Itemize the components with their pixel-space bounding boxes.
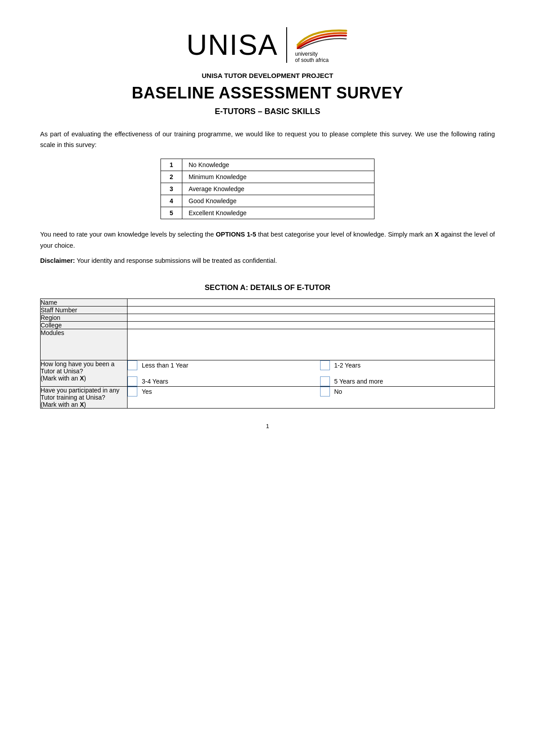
- label-less-than-1-year: Less than 1 Year: [142, 362, 188, 369]
- training-label: Have you participated in any Tutor train…: [41, 386, 128, 408]
- how-long-label: How long have you been a Tutor at Unisa?…: [41, 360, 128, 386]
- details-table: NameStaff NumberRegionCollegeModules How…: [40, 298, 495, 409]
- checkbox-box-yes[interactable]: [128, 387, 137, 396]
- checkbox-no[interactable]: No: [320, 387, 495, 396]
- rating-number: 1: [161, 159, 182, 171]
- rating-row: 1No Knowledge: [161, 159, 374, 171]
- how-long-checkbox-grid: Less than 1 Year 1-2 Years 3-4 Years 5 Y…: [128, 360, 494, 386]
- training-checkbox-grid: Yes No: [128, 387, 494, 396]
- unisa-wordmark: UNISA: [186, 31, 278, 59]
- how-long-options: Less than 1 Year 1-2 Years 3-4 Years 5 Y…: [128, 360, 495, 386]
- checkbox-box-no[interactable]: [320, 387, 330, 396]
- rating-number: 3: [161, 183, 182, 195]
- rating-row: 3Average Knowledge: [161, 183, 374, 195]
- rating-label: No Knowledge: [182, 159, 374, 171]
- rating-label: Minimum Knowledge: [182, 171, 374, 183]
- detail-row: Modules: [41, 329, 495, 360]
- detail-value[interactable]: [128, 329, 495, 360]
- detail-value[interactable]: [128, 314, 495, 321]
- checkbox-box-1-2-years[interactable]: [320, 360, 330, 370]
- detail-label: Name: [41, 298, 128, 306]
- rating-label: Excellent Knowledge: [182, 207, 374, 219]
- label-no: No: [334, 388, 342, 395]
- checkbox-box-less-than-1-year[interactable]: [128, 360, 137, 370]
- label-5-years-more: 5 Years and more: [334, 378, 383, 385]
- project-title: UNISA TUTOR DEVELOPMENT PROJECT: [40, 72, 495, 79]
- detail-label: Staff Number: [41, 306, 128, 314]
- training-label-text: Have you participated in any Tutor train…: [41, 387, 119, 408]
- detail-label: College: [41, 321, 128, 329]
- label-3-4-years: 3-4 Years: [142, 378, 168, 385]
- section-a-header: SECTION A: DETAILS OF E-TUTOR: [40, 283, 495, 292]
- label-1-2-years: 1-2 Years: [334, 362, 361, 369]
- intro-text: As part of evaluating the effectiveness …: [40, 129, 495, 151]
- detail-value[interactable]: [128, 306, 495, 314]
- logo-subtitle: university of south africa: [295, 51, 329, 64]
- logo-section: UNISA university of south africa: [40, 27, 495, 64]
- rating-table-wrap: 1No Knowledge2Minimum Knowledge3Average …: [40, 159, 495, 219]
- main-title: BASELINE ASSESSMENT SURVEY: [40, 84, 495, 102]
- rating-row: 4Good Knowledge: [161, 195, 374, 207]
- rating-number: 4: [161, 195, 182, 207]
- rating-number: 2: [161, 171, 182, 183]
- detail-value[interactable]: [128, 298, 495, 306]
- detail-row: Name: [41, 298, 495, 306]
- rating-number: 5: [161, 207, 182, 219]
- checkbox-box-5-years-more[interactable]: [320, 376, 330, 386]
- training-row: Have you participated in any Tutor train…: [41, 386, 495, 408]
- rating-label: Average Knowledge: [182, 183, 374, 195]
- detail-row: College: [41, 321, 495, 329]
- logo-right: university of south africa: [295, 27, 349, 64]
- instructions-text: You need to rate your own knowledge leve…: [40, 229, 495, 251]
- disclaimer-text: Disclaimer: Your identity and response s…: [40, 255, 495, 266]
- logo-divider: [286, 27, 287, 63]
- checkbox-less-than-1-year[interactable]: Less than 1 Year: [128, 360, 302, 370]
- checkbox-5-years-more[interactable]: 5 Years and more: [320, 376, 495, 386]
- detail-value[interactable]: [128, 321, 495, 329]
- detail-row: Staff Number: [41, 306, 495, 314]
- rating-table: 1No Knowledge2Minimum Knowledge3Average …: [160, 159, 374, 219]
- detail-label: Modules: [41, 329, 128, 360]
- page-number: 1: [40, 423, 495, 429]
- rating-row: 2Minimum Knowledge: [161, 171, 374, 183]
- how-long-label-text: How long have you been a Tutor at Unisa?…: [41, 360, 115, 382]
- how-long-row: How long have you been a Tutor at Unisa?…: [41, 360, 495, 386]
- checkbox-3-4-years[interactable]: 3-4 Years: [128, 376, 302, 386]
- rating-row: 5Excellent Knowledge: [161, 207, 374, 219]
- unisa-swoosh-icon: [295, 27, 349, 49]
- detail-label: Region: [41, 314, 128, 321]
- page: UNISA university of south africa UNISA T…: [0, 0, 535, 756]
- rating-label: Good Knowledge: [182, 195, 374, 207]
- training-options: Yes No: [128, 386, 495, 408]
- checkbox-1-2-years[interactable]: 1-2 Years: [320, 360, 495, 370]
- survey-subtitle: E-TUTORS – BASIC SKILLS: [40, 107, 495, 116]
- detail-row: Region: [41, 314, 495, 321]
- checkbox-yes[interactable]: Yes: [128, 387, 302, 396]
- checkbox-box-3-4-years[interactable]: [128, 376, 137, 386]
- label-yes: Yes: [142, 388, 152, 395]
